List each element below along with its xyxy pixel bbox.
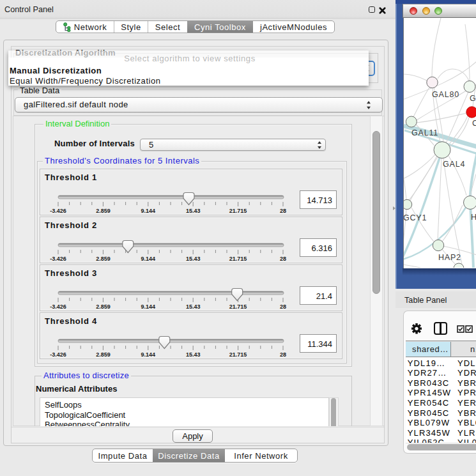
svg-text:GAL4: GAL4 xyxy=(443,160,465,169)
svg-text:GA: GA xyxy=(470,94,476,103)
svg-text:GCY1: GCY1 xyxy=(404,213,427,222)
svg-text:HAP2: HAP2 xyxy=(438,253,461,262)
svg-text:GAL11: GAL11 xyxy=(411,128,438,137)
svg-text:HI: HI xyxy=(471,213,476,222)
svg-text:CD: CD xyxy=(472,119,476,128)
svg-text:GAL80: GAL80 xyxy=(432,90,459,99)
